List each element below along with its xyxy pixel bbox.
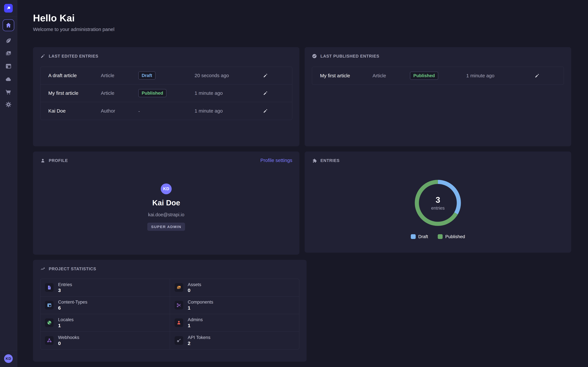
sidebar-logo-area <box>0 0 17 17</box>
profile-card: PROFILE Profile settings KD Kai Doe kai.… <box>33 151 299 254</box>
stat-entries: Entries3 <box>41 279 170 297</box>
edit-entry-button[interactable] <box>533 72 541 80</box>
entry-time: 1 minute ago <box>466 73 519 78</box>
status-badge: Published <box>410 72 438 80</box>
home-icon <box>5 22 12 29</box>
stat-label: Content-Types <box>58 300 87 305</box>
stat-label: Admins <box>188 317 203 322</box>
stat-webhooks: Webhooks0 <box>41 332 170 349</box>
main-content: Hello Kai Welcome to your administration… <box>17 0 588 367</box>
stat-components: Components1 <box>170 297 299 314</box>
key-icon <box>176 338 182 343</box>
person-icon <box>176 320 182 325</box>
entries-donut-chart: 3 entries <box>414 179 461 226</box>
layout-icon <box>47 303 52 308</box>
pencil-icon <box>535 73 540 78</box>
legend-label: Published <box>445 234 465 239</box>
entry-title: Kai Doe <box>48 108 101 114</box>
legend-label: Draft <box>418 234 428 239</box>
entries-count: 3 <box>436 195 440 205</box>
stat-api-tokens: API Tokens2 <box>170 332 299 349</box>
stat-value: 1 <box>188 323 203 328</box>
pictures-icon <box>176 285 182 290</box>
stat-value: 0 <box>188 288 201 293</box>
legend-swatch-published <box>438 234 443 239</box>
strapi-logo[interactable] <box>4 4 13 13</box>
card-title: PROJECT STATISTICS <box>49 267 96 271</box>
project-statistics-header: PROJECT STATISTICS <box>40 266 300 271</box>
sidebar-item-marketplace[interactable] <box>5 88 12 95</box>
profile-settings-link[interactable]: Profile settings <box>260 158 292 163</box>
sidebar-item-media-library[interactable] <box>5 50 12 57</box>
sidebar-item-home[interactable] <box>3 19 14 31</box>
entry-type: Article <box>372 73 410 78</box>
last-published-card: LAST PUBLISHED ENTRIES My first article … <box>305 47 571 146</box>
puzzle-icon <box>312 158 317 163</box>
card-title: PROFILE <box>49 158 68 163</box>
entry-time: 1 minute ago <box>195 108 247 114</box>
project-statistics-card: PROJECT STATISTICS Entries3 Assets0 <box>33 260 307 362</box>
strapi-admin-homepage: KD Hello Kai Welcome to your administrat… <box>0 0 588 367</box>
card-title: ENTRIES <box>320 158 340 163</box>
page-title: Hello Kai <box>33 12 571 24</box>
edit-entry-button[interactable] <box>261 89 269 97</box>
sidebar-item-content-manager[interactable] <box>5 37 12 44</box>
entries-label: entries <box>431 206 445 211</box>
page-subtitle: Welcome to your administration panel <box>33 27 571 32</box>
last-published-table: My first article Article Published 1 min… <box>312 67 564 85</box>
trending-up-icon <box>40 266 45 271</box>
sidebar-footer: KD <box>0 350 17 367</box>
cards-grid: LAST EDITED ENTRIES A draft article Arti… <box>33 47 571 362</box>
stat-value: 1 <box>58 323 74 328</box>
stat-locales: Locales1 <box>41 314 170 332</box>
sidebar: KD <box>0 0 17 367</box>
scissors-icon <box>176 303 182 308</box>
check-circle-icon <box>312 53 317 59</box>
last-published-header: LAST PUBLISHED ENTRIES <box>312 53 564 59</box>
stat-content-types: Content-Types6 <box>41 297 170 314</box>
stat-value: 3 <box>58 288 72 293</box>
entries-card: ENTRIES 3 entries <box>305 151 571 253</box>
entry-time: 1 minute ago <box>195 90 247 96</box>
statistics-grid: Entries3 Assets0 Content-Types6 <box>40 279 300 350</box>
table-row: My first article Article Published 1 min… <box>312 67 564 84</box>
stat-value: 0 <box>58 341 79 346</box>
sidebar-item-cloud[interactable] <box>5 75 12 83</box>
profile-avatar: KD <box>161 184 172 194</box>
legend-item: Draft <box>411 234 428 239</box>
user-avatar[interactable]: KD <box>4 354 13 363</box>
pencil-icon <box>263 91 268 96</box>
edit-entry-button[interactable] <box>261 107 269 115</box>
stat-label: Assets <box>188 282 201 287</box>
entry-title: My first article <box>48 90 101 96</box>
entry-type: Article <box>101 73 138 78</box>
sidebar-item-settings[interactable] <box>5 101 12 108</box>
cart-icon <box>5 88 12 95</box>
stat-assets: Assets0 <box>170 279 299 297</box>
person-icon <box>40 158 45 163</box>
sidebar-item-content-type-builder[interactable] <box>5 62 12 70</box>
stat-value: 2 <box>188 341 210 346</box>
entry-title: My first article <box>320 73 372 78</box>
stat-label: Entries <box>58 282 72 287</box>
stat-value: 1 <box>188 305 213 311</box>
stat-label: API Tokens <box>188 335 210 340</box>
stat-label: Components <box>188 300 213 305</box>
pictures-icon <box>5 50 12 57</box>
entry-title: A draft article <box>48 73 101 78</box>
pencil-icon <box>263 73 268 78</box>
card-title: LAST EDITED ENTRIES <box>49 54 98 58</box>
role-badge: SUPER ADMIN <box>147 223 185 231</box>
stat-value: 6 <box>58 305 87 311</box>
webhook-icon <box>47 338 52 343</box>
entry-time: 20 seconds ago <box>195 73 247 78</box>
edit-entry-button[interactable] <box>261 71 269 80</box>
legend-swatch-draft <box>411 234 416 239</box>
no-status: - <box>138 108 140 114</box>
legend-item: Published <box>438 234 465 239</box>
globe-icon <box>47 320 52 325</box>
status-badge: Published <box>138 89 166 97</box>
cloud-icon <box>5 75 12 83</box>
feather-icon <box>5 37 12 44</box>
gear-icon <box>5 101 12 108</box>
